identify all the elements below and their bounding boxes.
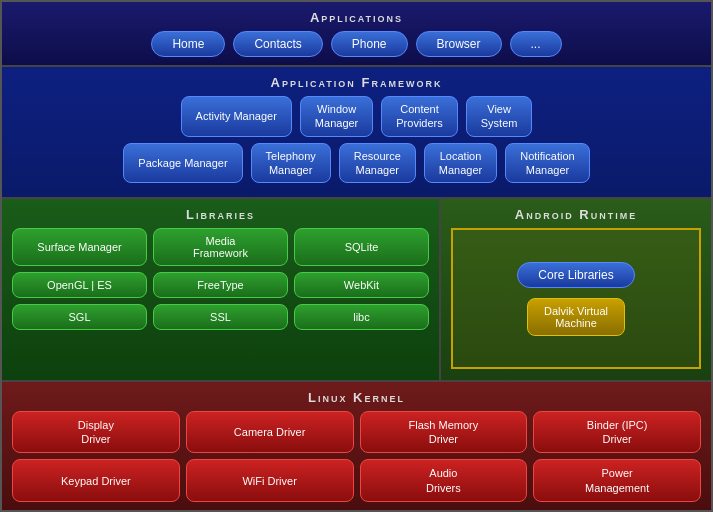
lib-ssl[interactable]: SSL [153, 304, 288, 330]
fw-telephony-manager[interactable]: TelephonyManager [251, 143, 331, 184]
framework-row2: Package Manager TelephonyManager Resourc… [12, 143, 701, 184]
kernel-keypad-driver[interactable]: Keypad Driver [12, 459, 180, 502]
framework-row1: Activity Manager WindowManager ContentPr… [12, 96, 701, 137]
kernel-title: Linux Kernel [12, 390, 701, 405]
kernel-wifi-driver[interactable]: WiFi Driver [186, 459, 354, 502]
app-home-button[interactable]: Home [151, 31, 225, 57]
fw-package-manager[interactable]: Package Manager [123, 143, 242, 184]
app-contacts-button[interactable]: Contacts [233, 31, 322, 57]
kernel-binder-driver[interactable]: Binder (IPC)Driver [533, 411, 701, 454]
applications-buttons: Home Contacts Phone Browser ... [12, 31, 701, 57]
lib-opengl[interactable]: OpenGL | ES [12, 272, 147, 298]
fw-resource-manager[interactable]: ResourceManager [339, 143, 416, 184]
architecture-diagram: Applications Home Contacts Phone Browser… [0, 0, 713, 512]
runtime-layer: Android Runtime Core Libraries Dalvik Vi… [441, 199, 711, 380]
fw-view-system[interactable]: ViewSystem [466, 96, 533, 137]
fw-location-manager[interactable]: LocationManager [424, 143, 497, 184]
libraries-layer: Libraries Surface Manager MediaFramework… [2, 199, 441, 380]
libraries-title: Libraries [12, 207, 429, 222]
fw-content-providers[interactable]: ContentProviders [381, 96, 457, 137]
lib-sgl[interactable]: SGL [12, 304, 147, 330]
lib-media-framework[interactable]: MediaFramework [153, 228, 288, 266]
middle-layer: Libraries Surface Manager MediaFramework… [2, 199, 711, 382]
app-phone-button[interactable]: Phone [331, 31, 408, 57]
kernel-power-management[interactable]: PowerManagement [533, 459, 701, 502]
lib-libc[interactable]: libc [294, 304, 429, 330]
runtime-core-libraries[interactable]: Core Libraries [517, 262, 634, 288]
runtime-dalvik[interactable]: Dalvik VirtualMachine [527, 298, 625, 336]
runtime-title: Android Runtime [451, 207, 701, 222]
fw-notification-manager[interactable]: NotificationManager [505, 143, 589, 184]
lib-freetype[interactable]: FreeType [153, 272, 288, 298]
kernel-camera-driver[interactable]: Camera Driver [186, 411, 354, 454]
kernel-flash-memory-driver[interactable]: Flash MemoryDriver [360, 411, 528, 454]
lib-webkit[interactable]: WebKit [294, 272, 429, 298]
kernel-layer: Linux Kernel DisplayDriver Camera Driver… [2, 382, 711, 510]
runtime-inner: Core Libraries Dalvik VirtualMachine [451, 228, 701, 369]
libraries-grid: Surface Manager MediaFramework SQLite Op… [12, 228, 429, 330]
kernel-audio-drivers[interactable]: AudioDrivers [360, 459, 528, 502]
fw-window-manager[interactable]: WindowManager [300, 96, 373, 137]
applications-layer: Applications Home Contacts Phone Browser… [2, 2, 711, 67]
app-browser-button[interactable]: Browser [416, 31, 502, 57]
fw-activity-manager[interactable]: Activity Manager [181, 96, 292, 137]
framework-title: Application Framework [12, 75, 701, 90]
lib-sqlite[interactable]: SQLite [294, 228, 429, 266]
applications-title: Applications [12, 10, 701, 25]
kernel-grid: DisplayDriver Camera Driver Flash Memory… [12, 411, 701, 502]
app-more-button[interactable]: ... [510, 31, 562, 57]
framework-layer: Application Framework Activity Manager W… [2, 67, 711, 199]
lib-surface-manager[interactable]: Surface Manager [12, 228, 147, 266]
kernel-display-driver[interactable]: DisplayDriver [12, 411, 180, 454]
